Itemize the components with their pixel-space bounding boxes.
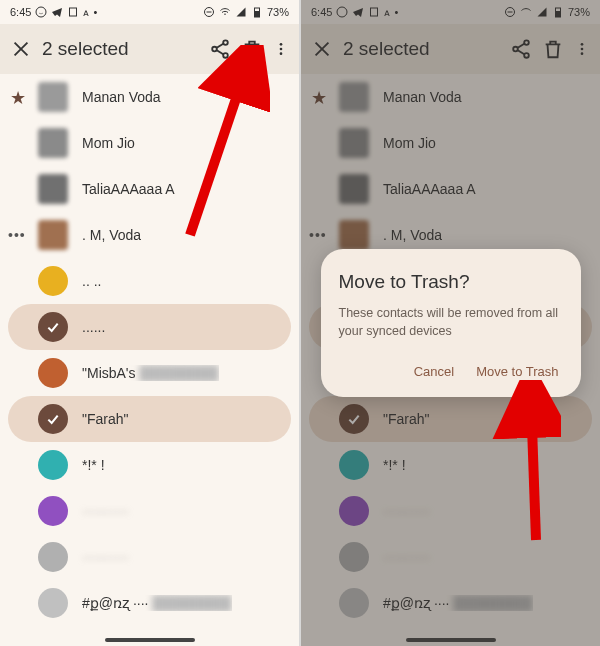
more-icon[interactable] bbox=[273, 38, 289, 60]
contact-avatar bbox=[38, 588, 68, 618]
contact-list-left[interactable]: ★Manan VodaMom JioTaliaAAAaaa A•••. M, V… bbox=[0, 74, 299, 626]
move-to-trash-dialog: Move to Trash? These contacts will be re… bbox=[321, 249, 581, 397]
contact-name: "MisbA's ████████ bbox=[82, 365, 219, 381]
contact-row[interactable]: "MisbA's ████████ bbox=[0, 350, 299, 396]
contact-avatar bbox=[38, 358, 68, 388]
svg-line-12 bbox=[216, 50, 223, 55]
delete-icon[interactable] bbox=[241, 38, 263, 60]
svg-point-13 bbox=[280, 43, 283, 46]
contact-avatar bbox=[38, 128, 68, 158]
selected-checkmark-avatar bbox=[38, 312, 68, 342]
selected-checkmark-avatar bbox=[38, 404, 68, 434]
dialog-body: These contacts will be removed from all … bbox=[339, 305, 563, 340]
contact-avatar bbox=[38, 82, 68, 112]
svg-point-0 bbox=[36, 7, 46, 17]
contact-row[interactable]: #ք@ռʐ ···· ████████ bbox=[0, 580, 299, 626]
signal-icon bbox=[235, 6, 247, 18]
share-icon[interactable] bbox=[209, 38, 231, 60]
contact-name: ············ bbox=[82, 549, 129, 565]
contact-row[interactable]: ············ bbox=[0, 534, 299, 580]
contact-name: "Farah" bbox=[82, 411, 129, 427]
contact-avatar bbox=[38, 496, 68, 526]
contact-row[interactable]: ...... bbox=[8, 304, 291, 350]
svg-rect-1 bbox=[70, 8, 77, 16]
whatsapp-icon bbox=[35, 6, 47, 18]
contact-row[interactable]: .. .. bbox=[0, 258, 299, 304]
contact-name: TaliaAAAaaa A bbox=[82, 181, 175, 197]
contact-name: #ք@ռʐ ···· ████████ bbox=[82, 595, 232, 611]
star-icon: ★ bbox=[10, 87, 26, 109]
contact-name: .. .. bbox=[82, 273, 101, 289]
left-screenshot: 6:45 ᴀ • 73% 2 selected ★Manan VodaMom J… bbox=[0, 0, 299, 646]
dot-icon: • bbox=[93, 6, 97, 18]
contact-name: *!* ! bbox=[82, 457, 105, 473]
contact-row[interactable]: •••. M, Voda bbox=[0, 212, 299, 258]
confirm-button[interactable]: Move to Trash bbox=[476, 364, 558, 379]
contact-name: ...... bbox=[82, 319, 105, 335]
dnd-icon bbox=[203, 6, 215, 18]
person-icon: ᴀ bbox=[83, 7, 89, 18]
dialog-title: Move to Trash? bbox=[339, 271, 563, 293]
contact-name: Mom Jio bbox=[82, 135, 135, 151]
contact-avatar bbox=[38, 542, 68, 572]
contact-avatar bbox=[38, 174, 68, 204]
close-icon[interactable] bbox=[10, 38, 32, 60]
navigation-handle[interactable] bbox=[105, 638, 195, 642]
contact-avatar bbox=[38, 266, 68, 296]
contact-row[interactable]: TaliaAAAaaa A bbox=[0, 166, 299, 212]
selection-count: 2 selected bbox=[42, 38, 199, 60]
check-icon bbox=[45, 411, 61, 427]
selection-toolbar: 2 selected bbox=[0, 24, 299, 74]
right-screenshot: 6:45 ᴀ • 73% 2 selected ★Manan VodaMom J… bbox=[301, 0, 600, 646]
svg-point-15 bbox=[280, 52, 283, 55]
contact-name: . M, Voda bbox=[82, 227, 141, 243]
notification-icon bbox=[67, 6, 79, 18]
contact-row[interactable]: "Farah" bbox=[8, 396, 291, 442]
svg-point-14 bbox=[280, 48, 283, 51]
battery-percent: 73% bbox=[267, 6, 289, 18]
contact-row[interactable]: ············ bbox=[0, 488, 299, 534]
contact-avatar bbox=[38, 220, 68, 250]
dialog-overlay[interactable]: Move to Trash? These contacts will be re… bbox=[301, 0, 600, 646]
svg-line-11 bbox=[216, 44, 223, 49]
telegram-icon bbox=[51, 6, 63, 18]
svg-rect-5 bbox=[254, 11, 259, 17]
wifi-icon bbox=[219, 6, 231, 18]
check-icon bbox=[45, 319, 61, 335]
contact-avatar bbox=[38, 450, 68, 480]
cancel-button[interactable]: Cancel bbox=[414, 364, 454, 379]
contact-row[interactable]: ★Manan Voda bbox=[0, 74, 299, 120]
more-dots-icon: ••• bbox=[8, 227, 26, 243]
contact-name: Manan Voda bbox=[82, 89, 161, 105]
contact-row[interactable]: *!* ! bbox=[0, 442, 299, 488]
contact-row[interactable]: Mom Jio bbox=[0, 120, 299, 166]
contact-name: ············ bbox=[82, 503, 129, 519]
status-bar: 6:45 ᴀ • 73% bbox=[0, 0, 299, 24]
battery-icon bbox=[251, 6, 263, 18]
status-time: 6:45 bbox=[10, 6, 31, 18]
